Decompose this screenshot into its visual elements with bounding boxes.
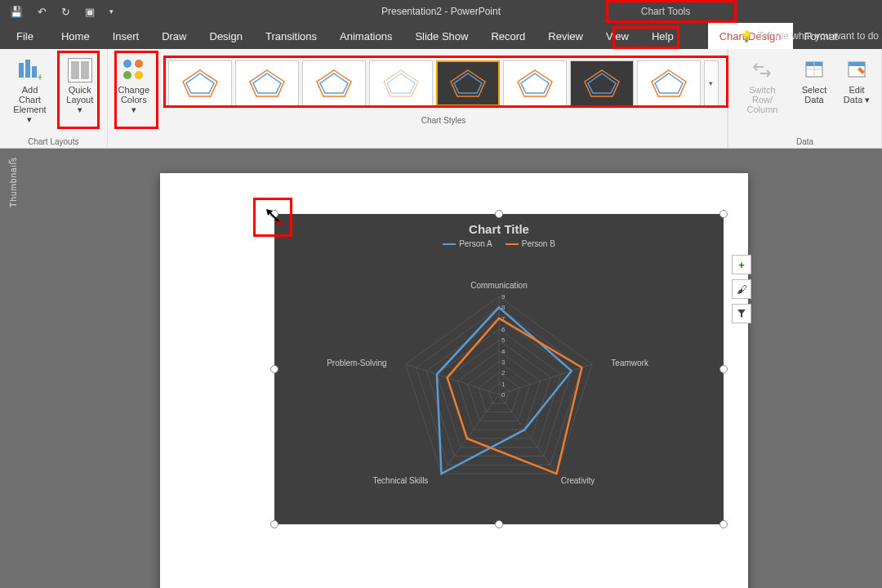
svg-text:6: 6 (501, 326, 506, 333)
svg-text:Creativity: Creativity (561, 476, 595, 485)
resize-handle-w[interactable] (270, 365, 278, 373)
tab-help[interactable]: Help (640, 23, 685, 49)
tab-view[interactable]: View (595, 23, 640, 49)
svg-rect-0 (19, 63, 24, 78)
chart-style-4[interactable] (369, 60, 433, 106)
svg-text:4: 4 (501, 348, 506, 355)
select-data-button[interactable]: Select Data (795, 54, 834, 108)
group-label-data: Data (796, 134, 813, 146)
chart-style-3[interactable] (302, 60, 366, 106)
undo-icon[interactable]: ↶ (38, 6, 47, 18)
add-chart-element-icon: + (16, 57, 42, 83)
title-bar: 💾 ↶ ↻ ▣ ▾ Presentation2 - PowerPoint Cha… (0, 0, 882, 23)
svg-rect-1 (25, 60, 30, 78)
resize-cursor-icon (265, 207, 284, 227)
chart-object[interactable]: Chart Title Person A Person B 0123456789… (274, 214, 724, 524)
quick-layout-button[interactable]: Quick Layout ▾ (58, 54, 102, 118)
ribbon: + Add Chart Element ▾ Quick Layout ▾ Cha… (0, 49, 882, 149)
resize-handle-ne[interactable] (719, 210, 728, 218)
chart-style-5[interactable] (436, 60, 500, 106)
chart-elements-button[interactable]: + (732, 255, 751, 274)
resize-handle-n[interactable] (495, 210, 503, 218)
tab-slideshow[interactable]: Slide Show (403, 23, 479, 49)
switch-row-column-icon (749, 57, 775, 83)
radar-chart-svg: 0123456789CommunicationTeamworkCreativit… (274, 255, 724, 524)
tab-home[interactable]: Home (50, 23, 101, 49)
group-chart-styles: ▾ Chart Styles (160, 49, 728, 148)
editing-area: › Thumbnails Chart Title Person A Person… (0, 149, 882, 588)
chart-tools-contextual-tab: Chart Tools (600, 1, 731, 22)
save-icon[interactable]: 💾 (10, 6, 23, 18)
chart-style-8[interactable] (637, 60, 701, 106)
tab-insert[interactable]: Insert (101, 23, 151, 49)
resize-handle-sw[interactable] (270, 520, 278, 528)
chart-legend[interactable]: Person A Person B (274, 239, 724, 248)
svg-text:1: 1 (501, 381, 506, 388)
tab-review[interactable]: Review (537, 23, 595, 49)
resize-handle-e[interactable] (719, 365, 728, 373)
tab-transitions[interactable]: Transitions (254, 23, 328, 49)
tab-record[interactable]: Record (479, 23, 537, 49)
tell-me-placeholder: Tell me what you want to do (758, 30, 879, 42)
svg-text:9: 9 (501, 293, 506, 301)
svg-rect-25 (849, 62, 865, 66)
svg-line-38 (441, 394, 499, 474)
svg-text:Problem-Solving: Problem-Solving (327, 359, 386, 368)
edit-data-button[interactable]: Edit Data ▾ (837, 54, 876, 108)
switch-row-column-button: Switch Row/ Column (733, 54, 791, 118)
change-colors-icon (121, 57, 147, 83)
svg-text:2: 2 (501, 369, 506, 376)
svg-text:0: 0 (501, 391, 506, 399)
group-label-chart-layouts: Chart Layouts (28, 134, 78, 146)
svg-text:Teamwork: Teamwork (611, 359, 649, 368)
chart-style-1[interactable] (168, 60, 232, 106)
legend-person-a: Person A (459, 239, 492, 248)
group-data: Switch Row/ Column Select Data Edit Data… (728, 49, 882, 148)
tab-file[interactable]: File (0, 23, 50, 49)
tell-me-search[interactable]: 💡 Tell me what you want to do (740, 23, 879, 49)
start-from-beginning-icon[interactable]: ▣ (85, 6, 95, 18)
svg-text:3: 3 (501, 359, 506, 366)
resize-handle-s[interactable] (495, 520, 503, 528)
svg-text:+: + (37, 70, 42, 82)
tab-draw[interactable]: Draw (150, 23, 198, 49)
group-chart-layouts: + Add Chart Element ▾ Quick Layout ▾ Cha… (0, 49, 108, 148)
thumbnails-label: Thumbnails (9, 157, 18, 207)
change-colors-button[interactable]: Change Colors ▾ (113, 54, 155, 118)
group-change-colors: Change Colors ▾ (108, 49, 160, 148)
quick-layout-icon (67, 57, 93, 83)
add-chart-element-button[interactable]: + Add Chart Element ▾ (5, 54, 55, 127)
chart-styles-gallery: ▾ (165, 54, 722, 113)
svg-text:Communication: Communication (470, 281, 527, 290)
document-title: Presentation2 - PowerPoint (381, 6, 501, 17)
chart-filters-button[interactable] (732, 304, 751, 323)
chart-styles-more-button[interactable]: ▾ (704, 60, 719, 106)
edit-data-icon (844, 57, 870, 83)
chart-style-6[interactable] (503, 60, 567, 106)
select-data-icon (801, 57, 827, 83)
group-label-chart-styles: Chart Styles (421, 113, 466, 125)
legend-person-b: Person B (522, 239, 555, 248)
svg-text:Technical Skills: Technical Skills (373, 476, 429, 485)
qat-more-icon[interactable]: ▾ (109, 7, 114, 16)
svg-text:5: 5 (501, 336, 506, 344)
ribbon-tabs: File Home Insert Draw Design Transitions… (0, 23, 882, 49)
chart-style-7[interactable] (570, 60, 634, 106)
svg-marker-10 (384, 70, 418, 96)
resize-handle-se[interactable] (719, 520, 728, 528)
lightbulb-icon: 💡 (740, 30, 753, 42)
tab-design[interactable]: Design (198, 23, 254, 49)
chart-styles-button[interactable]: 🖌 (732, 279, 751, 299)
chart-style-2[interactable] (235, 60, 299, 106)
tab-animations[interactable]: Animations (328, 23, 403, 49)
slide-canvas[interactable]: Chart Title Person A Person B 0123456789… (160, 173, 748, 588)
thumbnails-panel-collapsed[interactable]: › Thumbnails (0, 149, 26, 588)
redo-icon[interactable]: ↻ (61, 6, 70, 18)
